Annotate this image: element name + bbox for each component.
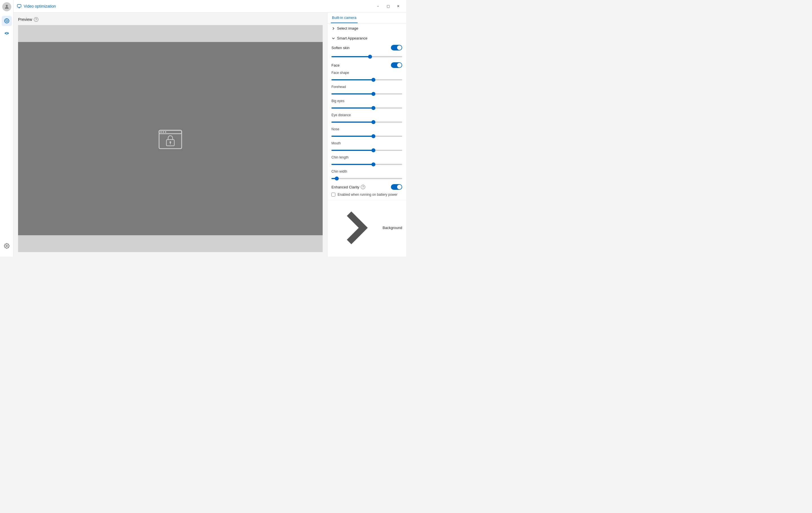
svg-point-3 <box>6 32 8 34</box>
sidebar-item-camera[interactable] <box>2 16 12 26</box>
face-shape-slider[interactable] <box>331 79 402 80</box>
face-label: Face <box>331 63 340 67</box>
svg-point-6 <box>6 245 7 247</box>
svg-rect-9 <box>159 130 182 134</box>
svg-point-12 <box>165 131 166 133</box>
svg-point-14 <box>170 141 171 143</box>
mouth-slider-container <box>331 146 402 154</box>
nose-slider-container <box>331 132 402 140</box>
chin-length-slider-container <box>331 160 402 168</box>
avatar <box>2 2 11 11</box>
forehead-slider-container <box>331 89 402 98</box>
preview-bottom-bar <box>18 235 323 252</box>
chin-length-label: Chin length <box>331 154 402 160</box>
eye-distance-slider-container <box>331 118 402 126</box>
select-image-label: Select image <box>337 26 358 30</box>
enhanced-clarity-label: Enhanced Clarity <box>331 185 359 189</box>
select-image-header[interactable]: Select image <box>327 23 406 33</box>
face-shape-slider-container <box>331 75 402 84</box>
settings-button[interactable] <box>2 241 12 251</box>
forehead-slider[interactable] <box>331 93 402 94</box>
title-bar-controls: − ▢ ✕ <box>373 2 403 10</box>
nose-slider[interactable] <box>331 136 402 137</box>
title-bar: Video optimization − ▢ ✕ <box>13 0 406 13</box>
right-panel: Built-in camera Select image Smart Appea… <box>327 13 406 257</box>
preview-title: Preview <box>18 17 32 22</box>
preview-video <box>18 42 323 235</box>
svg-point-11 <box>163 131 164 133</box>
enhanced-clarity-row: Enhanced Clarity ? <box>331 182 402 192</box>
sidebar-item-effects[interactable] <box>2 28 12 38</box>
mouth-slider[interactable] <box>331 150 402 151</box>
big-eyes-label: Big eyes <box>331 98 402 104</box>
enhanced-clarity-help-icon[interactable]: ? <box>361 185 365 189</box>
chin-length-slider[interactable] <box>331 164 402 165</box>
face-row: Face <box>331 61 402 70</box>
eye-distance-label: Eye distance <box>331 112 402 118</box>
content-area: Preview ? <box>13 13 406 257</box>
preview-header: Preview ? <box>18 17 323 22</box>
svg-point-1 <box>6 20 8 22</box>
enhanced-clarity-toggle[interactable] <box>391 184 402 190</box>
title-bar-left: Video optimization <box>17 4 56 8</box>
chevron-right-icon <box>331 27 335 30</box>
chin-width-label: Chin width <box>331 168 402 174</box>
smart-appearance-content: Soften skin Face Face shape Forehead <box>327 43 406 200</box>
close-button[interactable]: ✕ <box>394 2 403 10</box>
battery-checkbox-label: Enabled when running on battery power <box>338 193 397 197</box>
big-eyes-slider[interactable] <box>331 108 402 109</box>
preview-container <box>18 25 323 252</box>
tabs: Built-in camera <box>327 13 406 23</box>
background-label: Background <box>383 226 402 230</box>
preview-help-icon[interactable]: ? <box>34 17 38 22</box>
smart-appearance-header[interactable]: Smart Appearance <box>327 33 406 43</box>
soften-skin-toggle[interactable] <box>391 45 402 51</box>
locked-preview-icon <box>158 126 183 151</box>
svg-point-2 <box>4 19 9 23</box>
soften-skin-slider-container <box>331 52 402 61</box>
background-header[interactable]: Background <box>327 200 406 256</box>
face-shape-label: Face shape <box>331 70 402 75</box>
face-toggle[interactable] <box>391 62 402 68</box>
soften-skin-row: Soften skin <box>331 43 402 52</box>
svg-point-10 <box>161 131 162 133</box>
sidebar <box>0 0 13 257</box>
enhanced-clarity-label-group: Enhanced Clarity ? <box>331 185 365 189</box>
forehead-label: Forehead <box>331 84 402 89</box>
chin-width-slider-container <box>331 174 402 182</box>
tab-builtin-camera[interactable]: Built-in camera <box>331 13 358 23</box>
soften-skin-label: Soften skin <box>331 46 349 50</box>
eye-distance-slider[interactable] <box>331 121 402 123</box>
battery-checkbox-row: Enabled when running on battery power <box>331 192 402 198</box>
soften-skin-slider[interactable] <box>331 56 402 57</box>
svg-point-0 <box>6 5 8 7</box>
svg-rect-7 <box>17 4 21 7</box>
svg-point-4 <box>5 33 6 34</box>
page-title: Video optimization <box>24 4 56 8</box>
chevron-right-background-icon <box>331 203 381 253</box>
chin-width-slider[interactable] <box>331 178 402 179</box>
smart-appearance-label: Smart Appearance <box>337 36 368 40</box>
battery-checkbox[interactable] <box>331 193 335 197</box>
svg-point-5 <box>8 33 8 34</box>
nose-label: Nose <box>331 126 402 132</box>
maximize-button[interactable]: ▢ <box>384 2 393 10</box>
main-content: Video optimization − ▢ ✕ Preview ? <box>13 0 406 257</box>
mouth-label: Mouth <box>331 140 402 146</box>
preview-panel: Preview ? <box>13 13 327 257</box>
minimize-button[interactable]: − <box>373 2 382 10</box>
chevron-down-icon <box>331 36 335 40</box>
preview-top-bar <box>18 25 323 42</box>
big-eyes-slider-container <box>331 104 402 112</box>
